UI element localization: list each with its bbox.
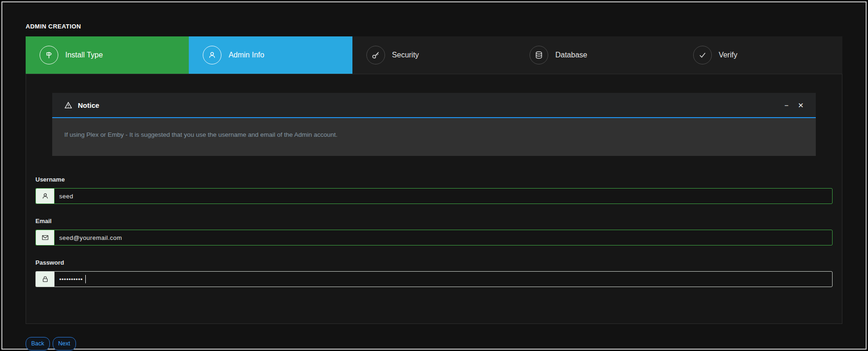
minimize-button[interactable]: − [785, 102, 789, 109]
tab-label: Security [392, 51, 419, 59]
app-container: ADMIN CREATION Install Type Admin Info [2, 2, 866, 351]
email-label: Email [35, 217, 833, 225]
password-input[interactable] [54, 271, 833, 287]
signpost-icon [40, 46, 58, 64]
username-label: Username [35, 176, 833, 184]
warning-icon [64, 101, 72, 109]
wizard-tabs: Install Type Admin Info Security [26, 36, 842, 74]
envelope-icon [35, 230, 54, 246]
password-group [35, 271, 833, 287]
user-icon [35, 188, 54, 204]
tab-label: Database [555, 51, 587, 59]
lock-icon [35, 271, 54, 287]
notice-message: If using Plex or Emby - It is suggested … [64, 131, 338, 138]
tab-database[interactable]: Database [516, 36, 679, 74]
tab-install-type[interactable]: Install Type [26, 36, 189, 74]
password-label: Password [35, 259, 833, 267]
notice-body: If using Plex or Emby - It is suggested … [52, 118, 816, 156]
key-icon [366, 46, 385, 64]
window-frame: ADMIN CREATION Install Type Admin Info [1, 1, 867, 350]
notice-title: Notice [78, 101, 99, 109]
close-button[interactable]: ✕ [798, 102, 804, 109]
next-button[interactable]: Next [53, 337, 76, 351]
tab-verify[interactable]: Verify [679, 36, 842, 74]
username-group [35, 188, 833, 204]
check-icon [693, 46, 712, 64]
notice-panel: Notice − ✕ If using Plex or Emby - It is… [52, 93, 816, 156]
admin-form: Username Email [35, 176, 833, 287]
content-panel: Notice − ✕ If using Plex or Emby - It is… [26, 74, 842, 324]
email-group [35, 230, 833, 246]
back-button[interactable]: Back [26, 337, 50, 351]
tab-label: Verify [719, 51, 737, 59]
tab-label: Admin Info [228, 51, 264, 59]
text-caret [85, 275, 86, 283]
email-input[interactable] [54, 230, 833, 246]
user-icon [203, 46, 221, 64]
notice-controls: − ✕ [785, 102, 804, 109]
tab-label: Install Type [65, 51, 103, 59]
notice-header: Notice − ✕ [52, 93, 816, 118]
tab-admin-info[interactable]: Admin Info [189, 36, 352, 74]
username-input[interactable] [54, 188, 833, 204]
wizard-actions: Back Next [26, 337, 842, 351]
tab-security[interactable]: Security [352, 36, 516, 74]
page-title: ADMIN CREATION [26, 23, 842, 30]
database-icon [530, 46, 548, 64]
